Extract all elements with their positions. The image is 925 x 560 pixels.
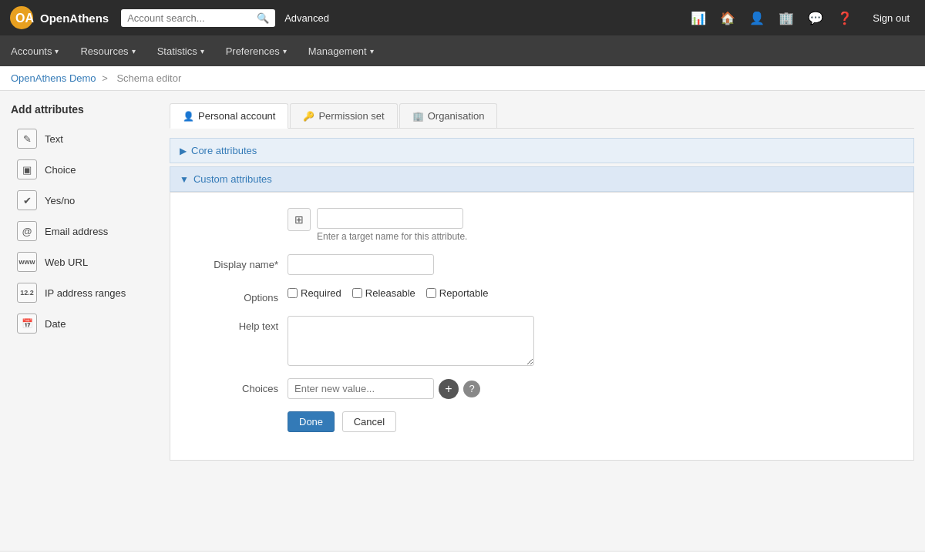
target-name-label-spacer [193, 208, 278, 213]
breadcrumb: OpenAthens Demo > Schema editor [0, 66, 925, 91]
home-icon[interactable]: 🏠 [720, 11, 735, 25]
help-text-row: Help text [193, 316, 890, 366]
sidebar-label-text: Text [45, 133, 63, 145]
nav-accounts[interactable]: Accounts ▾ [0, 35, 69, 66]
form-panel: ⊞ Enter a target name for this attribute… [170, 192, 914, 461]
org-icon[interactable]: 🏢 [779, 11, 794, 25]
sidebar-label-date: Date [45, 318, 66, 330]
add-choice-button[interactable]: + [439, 379, 459, 399]
target-name-input[interactable] [317, 208, 463, 229]
choices-label: Choices [193, 378, 278, 394]
custom-caret-icon: ▼ [180, 174, 189, 185]
custom-attributes-header[interactable]: ▼ Custom attributes [170, 166, 914, 192]
help-icon[interactable]: ❓ [837, 11, 853, 25]
help-text-input[interactable] [288, 316, 534, 366]
logo-text: OpenAthens [40, 12, 109, 25]
nav-statistics[interactable]: Statistics ▾ [146, 35, 215, 66]
search-icon[interactable]: 🔍 [257, 12, 269, 24]
breadcrumb-separator: > [102, 72, 108, 84]
logo-icon: OA [9, 5, 34, 30]
choices-row: Choices + ? [193, 378, 890, 399]
core-attributes-header[interactable]: ▶ Core attributes [170, 138, 914, 163]
top-nav-icons: 📊 🏠 👤 🏢 💬 ❓ Sign out [691, 9, 916, 27]
display-name-input[interactable] [288, 254, 434, 275]
sidebar-title: Add attributes [11, 103, 157, 116]
sidebar-item-text[interactable]: ✎ Text [11, 123, 157, 154]
personal-tab-icon: 👤 [183, 111, 194, 122]
iprange-icon: 12.2 [17, 283, 37, 303]
sidebar-label-weburl: Web URL [45, 257, 88, 268]
form-buttons: Done Cancel [288, 411, 396, 432]
email-icon: @ [17, 221, 37, 241]
logo[interactable]: OA OpenAthens [9, 5, 109, 30]
date-icon: 📅 [17, 314, 37, 334]
sign-out-button[interactable]: Sign out [866, 9, 916, 27]
custom-attributes-label: Custom attributes [193, 173, 272, 185]
form-buttons-row: Done Cancel [193, 411, 890, 432]
statistics-caret: ▾ [200, 47, 204, 55]
resources-caret: ▾ [132, 47, 136, 55]
search-box[interactable]: 🔍 [121, 9, 275, 27]
nav-management[interactable]: Management ▾ [298, 35, 385, 66]
breadcrumb-home[interactable]: OpenAthens Demo [11, 72, 96, 84]
breadcrumb-current: Schema editor [116, 72, 181, 84]
footer: Cookie settings Privacy policy © Copyrig… [0, 551, 925, 560]
tab-organisation[interactable]: 🏢 Organisation [399, 103, 498, 128]
user-icon[interactable]: 👤 [749, 11, 765, 25]
target-input-group: Enter a target name for this attribute. [317, 208, 467, 242]
preferences-caret: ▾ [283, 47, 287, 55]
display-name-row: Display name* [193, 254, 890, 275]
sidebar-item-email[interactable]: @ Email address [11, 216, 157, 246]
top-nav: OA OpenAthens 🔍 Advanced 📊 🏠 👤 🏢 💬 ❓ Sig… [0, 0, 925, 35]
done-button[interactable]: Done [288, 411, 335, 432]
text-icon: ✎ [17, 129, 37, 149]
core-attributes-section: ▶ Core attributes [170, 138, 914, 163]
weburl-icon: www [17, 252, 37, 272]
nav-resources[interactable]: Resources ▾ [69, 35, 146, 66]
content-area: 👤 Personal account 🔑 Permission set 🏢 Or… [170, 103, 914, 538]
help-text-label: Help text [193, 316, 278, 332]
cancel-button[interactable]: Cancel [342, 411, 396, 432]
sidebar-label-iprange: IP address ranges [45, 287, 126, 299]
sidebar-item-date[interactable]: 📅 Date [11, 308, 157, 339]
tab-personal[interactable]: 👤 Personal account [170, 103, 288, 129]
target-icon-button[interactable]: ⊞ [288, 208, 311, 231]
options-label: Options [193, 287, 278, 303]
sidebar-label-choice: Choice [45, 164, 76, 176]
tab-permission[interactable]: 🔑 Permission set [290, 103, 397, 128]
choices-help-button[interactable]: ? [463, 381, 480, 397]
choice-icon: ▣ [17, 159, 37, 179]
tab-bar: 👤 Personal account 🔑 Permission set 🏢 Or… [170, 103, 914, 129]
core-attributes-label: Core attributes [191, 145, 257, 156]
sidebar-label-yesno: Yes/no [45, 195, 75, 206]
target-name-hint: Enter a target name for this attribute. [317, 231, 467, 242]
choices-input-group: + ? [288, 378, 480, 399]
advanced-link[interactable]: Advanced [284, 12, 329, 24]
nav-preferences[interactable]: Preferences ▾ [215, 35, 298, 66]
sidebar-item-weburl[interactable]: www Web URL [11, 246, 157, 277]
options-checkboxes: Required Releasable Reportable [288, 287, 488, 299]
releasable-checkbox[interactable] [352, 288, 362, 298]
sidebar-item-iprange[interactable]: 12.2 IP address ranges [11, 277, 157, 308]
choices-input[interactable] [288, 378, 434, 399]
management-caret: ▾ [370, 47, 374, 55]
organisation-tab-icon: 🏢 [412, 111, 424, 122]
sidebar-item-yesno[interactable]: ✔ Yes/no [11, 185, 157, 216]
search-input[interactable] [127, 12, 257, 24]
svg-text:OA: OA [15, 12, 34, 25]
sidebar-label-email: Email address [45, 226, 108, 237]
options-row: Options Required Releasable Reportabl [193, 287, 890, 303]
reportable-checkbox[interactable] [426, 288, 436, 298]
bar-chart-icon[interactable]: 📊 [691, 11, 706, 25]
required-option[interactable]: Required [288, 287, 341, 299]
sidebar-item-choice[interactable]: ▣ Choice [11, 154, 157, 185]
required-checkbox[interactable] [288, 288, 298, 298]
releasable-option[interactable]: Releasable [352, 287, 415, 299]
permission-tab-icon: 🔑 [303, 111, 314, 122]
core-caret-icon: ▶ [180, 146, 187, 156]
target-name-row: ⊞ Enter a target name for this attribute… [193, 208, 890, 242]
custom-attributes-section: ▼ Custom attributes ⊞ Enter a target nam… [170, 166, 914, 461]
chat-icon[interactable]: 💬 [808, 11, 823, 25]
second-nav: Accounts ▾ Resources ▾ Statistics ▾ Pref… [0, 35, 925, 66]
reportable-option[interactable]: Reportable [426, 287, 489, 299]
